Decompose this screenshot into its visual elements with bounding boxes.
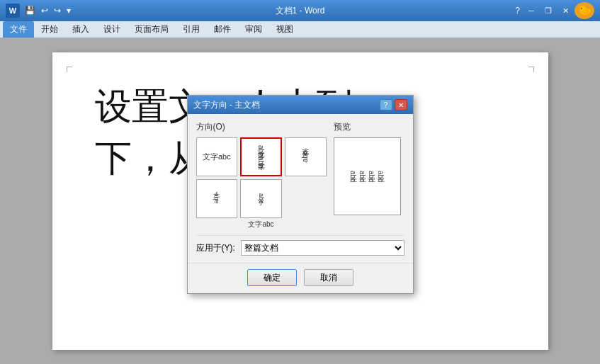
dialog-close-button[interactable]: ✕	[395, 99, 407, 110]
dialog-body: 方向(O) 文字abc 文字abc文字abc	[188, 114, 413, 263]
dir-option-vrl-text: 文字abc文字abc	[256, 145, 266, 168]
dir-option-label: 文字abc	[196, 220, 327, 229]
preview-text: 字abc字abc文字abc文字abc文	[349, 171, 385, 182]
save-button[interactable]: 💾	[23, 4, 38, 17]
qa-dropdown-button[interactable]: ▾	[64, 4, 73, 17]
undo-button[interactable]: ↩	[39, 4, 50, 17]
title-bar-left: W 💾 ↩ ↪ ▾	[6, 4, 73, 18]
tab-mailing[interactable]: 邮件	[207, 21, 238, 38]
preview-box: 字abc字abc文字abc文字abc文	[334, 137, 401, 215]
apply-section: 应用于(Y): 整篇文档	[196, 235, 404, 256]
minimize-button[interactable]: ─	[523, 4, 539, 17]
help-button[interactable]: ?	[513, 4, 522, 17]
close-button[interactable]: ✕	[557, 4, 573, 17]
direction-label: 方向(O)	[196, 121, 327, 133]
user-avatar: 🐤	[574, 2, 594, 19]
window-controls: ? ─ ❐ ✕ 🐤	[513, 2, 594, 19]
dir-option-rr-text: 字abc	[256, 193, 266, 204]
dir-option-rl-text: 字abc	[212, 193, 221, 204]
direction-section: 方向(O) 文字abc 文字abc文字abc	[196, 121, 327, 229]
ok-button[interactable]: 确定	[247, 269, 297, 286]
redo-button[interactable]: ↪	[52, 4, 63, 17]
quick-access-toolbar: 💾 ↩ ↪ ▾	[23, 4, 73, 17]
tab-review[interactable]: 审阅	[238, 21, 269, 38]
tab-view[interactable]: 视图	[269, 21, 300, 38]
tab-home[interactable]: 开始	[34, 21, 65, 38]
dir-option-h-text: 文字abc	[203, 152, 231, 162]
title-bar: W 💾 ↩ ↪ ▾ 文档1 - Word ? ─ ❐ ✕ 🐤	[0, 0, 600, 21]
preview-label: 预览	[334, 121, 404, 133]
dir-option-vlr-text: 文字abc	[300, 151, 310, 162]
text-direction-dialog: 文字方向 - 主文档 ? ✕ 方向(O) 文字ab	[187, 95, 414, 294]
word-app-icon: W	[6, 4, 20, 18]
tab-insert[interactable]: 插入	[65, 21, 96, 38]
dir-option-vertical-rl[interactable]: 文字abc文字abc	[240, 137, 282, 176]
tab-file[interactable]: 文件	[3, 21, 34, 38]
dialog-title: 文字方向 - 主文档	[193, 99, 261, 111]
tab-page-layout[interactable]: 页面布局	[128, 21, 176, 38]
ribbon: 文件 开始 插入 设计 页面布局 引用 邮件 审阅 视图	[0, 21, 600, 38]
apply-select[interactable]: 整篇文档	[241, 240, 404, 256]
document-area: 设置文字人上到 下，从从左输入。 文字方向 - 主文档 ? ✕ 方向(O)	[0, 38, 600, 364]
dir-option-rotate-left[interactable]: 字abc	[196, 179, 238, 218]
dialog-help-button[interactable]: ?	[380, 99, 392, 110]
cancel-button[interactable]: 取消	[304, 269, 353, 286]
dialog-overlay: 文字方向 - 主文档 ? ✕ 方向(O) 文字ab	[0, 38, 600, 364]
dir-option-horizontal[interactable]: 文字abc	[196, 137, 238, 176]
window-title: 文档1 - Word	[276, 5, 325, 17]
preview-section: 预览 字abc字abc文字abc文字abc文	[334, 121, 404, 229]
dialog-title-bar: 文字方向 - 主文档 ? ✕	[188, 96, 413, 114]
dir-option-empty	[285, 179, 327, 218]
dir-option-rotate-right[interactable]: 字abc	[240, 179, 282, 218]
restore-button[interactable]: ❐	[540, 4, 556, 17]
dialog-footer: 确定 取消	[188, 263, 413, 293]
tab-references[interactable]: 引用	[176, 21, 207, 38]
tab-design[interactable]: 设计	[96, 21, 128, 38]
dir-option-vertical-lr[interactable]: 文字abc	[285, 137, 327, 176]
dialog-controls: ? ✕	[380, 99, 407, 110]
apply-label: 应用于(Y):	[196, 242, 235, 254]
